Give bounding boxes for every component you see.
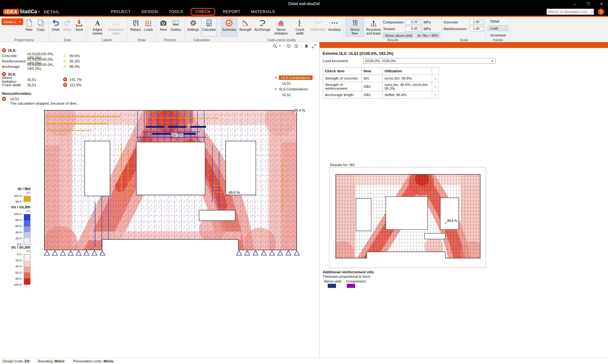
settings-button[interactable]: Settings <box>186 18 201 37</box>
bond-ratio-toggle[interactable]: τb / fbu > 95% <box>415 33 440 38</box>
legend-reinforcement-stress: σs / σs,lim [%] 100.080.060.0 40.020.00.… <box>8 205 30 246</box>
reinforcement-info-title: Additional reinforcement info: <box>323 270 375 274</box>
registered-mark: ® <box>38 10 40 13</box>
ribbon-group-labels: Edges names Dimension lines Labels <box>87 17 127 42</box>
new-picture-button[interactable]: New <box>158 18 169 37</box>
legend-concrete-stress: σc / σc,lim [%] 0.020.040.0 60.080.0100.… <box>8 245 30 286</box>
calculator-icon <box>205 19 213 27</box>
dimension-lines-icon <box>112 19 120 27</box>
combination-tree: ▼ ULS Combinations ULS1 ▼ SLS Combinatio… <box>275 75 319 98</box>
design-code-status: Design Code:EN <box>3 359 29 363</box>
search-icon[interactable] <box>591 10 594 13</box>
menu-check[interactable]: CHECK <box>191 8 215 16</box>
pages-view-icon[interactable] <box>294 43 299 49</box>
concrete-check-view[interactable]: 99.6 % <box>329 167 486 268</box>
units-status: Presentation Units:Metric <box>73 359 114 363</box>
wall-analysis-view[interactable]: 96.4 % 95.3 % 99.6 % <box>41 107 314 259</box>
search-input[interactable] <box>548 10 591 14</box>
zoom-icon[interactable] <box>272 43 278 49</box>
warning-icon: ⚠ <box>434 93 437 97</box>
check-results-panel: Extreme ULS: ULS1 (G100.0%, V83.2%) Load… <box>319 42 608 358</box>
table-row: Anchorage length GB1 τb/fbd: 96.4% ⚠ <box>323 91 439 99</box>
loads-icon <box>144 19 152 27</box>
menu-design[interactable]: DESIGN <box>139 9 161 15</box>
concrete-scale-spinner[interactable]: ▲▼ <box>480 20 484 24</box>
menu-materials[interactable]: MATERIALS <box>248 9 278 15</box>
nonconformity-row: ✕ ULS1 <box>2 96 91 101</box>
anchorage-button[interactable]: Anchorage <box>253 18 272 37</box>
chevron-down-icon[interactable]: ▼ <box>275 76 278 79</box>
ribbon-group-calculation: Settings Calculate Calculation <box>184 17 219 42</box>
palette-increment-button[interactable]: Increment <box>488 32 508 38</box>
reinforcement-scale-spinner[interactable]: ▲▼ <box>480 26 484 31</box>
chevron-down-icon[interactable]: ▼ <box>275 88 278 91</box>
sls-combinations-item[interactable]: ▼ SLS Combinations <box>275 86 319 92</box>
uls-header: ULS: <box>8 49 16 52</box>
concrete-scale-input[interactable]: 1.00 ▲▼ <box>469 19 484 25</box>
tension-input[interactable]: 0.00 ▲▼ <box>405 26 422 31</box>
menubar: IDEA StatiCa ® DETAIL PROJECT DESIGN TOO… <box>0 8 608 17</box>
menu-report[interactable]: REPORT <box>220 9 243 15</box>
extreme-uls-header: Extreme ULS: ULS1 (G100.0%, V83.2%) <box>323 51 393 56</box>
new-detail-button[interactable]: New <box>23 18 35 37</box>
fit-screen-icon[interactable] <box>311 43 317 49</box>
undo-button[interactable]: Undo <box>50 18 61 37</box>
auxiliary-button[interactable]: Auxiliary <box>327 18 342 37</box>
dimension-lines-button: Dimension lines <box>107 18 126 37</box>
menu-tools[interactable]: TOOLS <box>165 9 186 15</box>
compression-input[interactable]: -0.20 ▲▼ <box>405 19 422 25</box>
uls1-item[interactable]: ULS1 <box>275 81 319 86</box>
palette-detail-button[interactable]: Detail <box>488 18 508 24</box>
copy-detail-button[interactable]: Copy <box>35 18 47 37</box>
sls1-item[interactable]: SLS1 <box>275 92 319 98</box>
ribbon-group-code-check-results: Summary Strength Anchorage Stress limita… <box>219 17 344 42</box>
stress-hatch-icon <box>277 19 285 27</box>
analysis-canvas[interactable]: ✕ULS: ConcreteULS1(G100.0%, V83.2%) ⚠ 99… <box>0 42 319 358</box>
legend-bond: τb / fbd [%] 100.095.0 <box>8 187 30 203</box>
info-icon[interactable]: i <box>598 9 604 15</box>
detail-selector-dropdown[interactable]: Detail-1▼ <box>2 18 23 25</box>
crack-width-button[interactable]: Crack width <box>291 18 309 37</box>
maximize-icon: ❐ <box>586 2 590 6</box>
uls-combinations-item[interactable]: ▼ ULS Combinations <box>275 75 319 81</box>
chevron-down-icon: ▼ <box>18 20 21 23</box>
window-titlebar: Detail wall.ideaDet — ❐ ✕ <box>0 0 608 8</box>
load-increment-dropdown[interactable]: G100.0%, V100.0% ▼ <box>363 58 495 64</box>
maximize-button[interactable]: ❐ <box>581 0 595 8</box>
summary-button[interactable]: Summary <box>221 18 237 37</box>
home-icon[interactable] <box>304 43 309 49</box>
undo-icon <box>51 19 60 27</box>
rebars-button[interactable]: Rebars <box>129 18 142 37</box>
anchorage-extreme-label: 96.4 % <box>294 108 305 112</box>
strength-button[interactable]: Strength <box>238 18 253 37</box>
window-title: Detail wall.ideaDet <box>288 2 320 6</box>
minimize-button[interactable]: — <box>568 0 581 8</box>
error-icon: ✕ <box>2 97 6 101</box>
compression-spinner[interactable]: ▲▼ <box>418 20 422 24</box>
reinforcement-scale-label: Reinforcement <box>443 27 468 31</box>
warning-icon: ⚠ <box>63 64 67 68</box>
view-cube-icon[interactable] <box>286 43 291 49</box>
stress-flow-button[interactable]: Stress flow <box>346 18 364 37</box>
close-button[interactable]: ✕ <box>595 0 608 8</box>
calculate-button[interactable]: Calculate <box>201 18 217 37</box>
close-icon: ✕ <box>600 2 603 6</box>
copy-icon <box>36 19 45 27</box>
above-yield-label: Above yield <box>324 279 341 283</box>
zoom-dropdown-caret[interactable]: ▼ <box>279 45 281 48</box>
tension-spinner[interactable]: ▲▼ <box>418 26 422 31</box>
stress-limitation-button[interactable]: Stress limitation <box>272 18 290 37</box>
stress-above-yield-toggle[interactable]: Stress above yield <box>383 33 414 38</box>
nonconformities-header: Nonconformities: <box>2 92 32 95</box>
reactions-loads-button[interactable]: Reactions and loads <box>364 18 383 37</box>
app-logo: IDEA StatiCa ® DETAIL <box>3 9 60 15</box>
save-button[interactable]: Save <box>74 18 85 37</box>
ribbon-toolbar: Detail-1▼ New Copy Project items Undo Re… <box>0 17 608 42</box>
loads-button[interactable]: Loads <box>143 18 154 37</box>
menu-project[interactable]: PROJECT <box>108 9 134 15</box>
reinforcement-scale-input[interactable]: 1.00 ▲▼ <box>469 26 484 31</box>
error-icon: ✕ <box>63 77 67 81</box>
palette-load-button[interactable]: Load <box>488 25 508 31</box>
edges-names-button[interactable]: Edges names <box>88 18 107 37</box>
gallery-button[interactable]: Gallery <box>169 18 182 37</box>
